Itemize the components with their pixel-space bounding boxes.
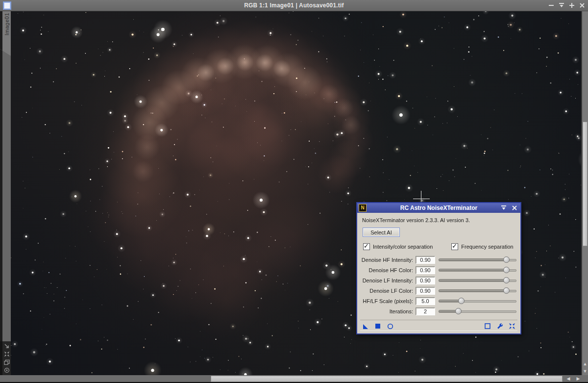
- parameter-slider[interactable]: [439, 298, 516, 304]
- checkbox-option: Intensity/color separation: [363, 243, 433, 250]
- horizontal-scrollbar[interactable]: ◀ ▶: [0, 375, 588, 382]
- dialog-title: RC Astro NoiseXTerminator: [357, 204, 520, 211]
- fit-corner-icon[interactable]: [4, 343, 10, 349]
- image-tab[interactable]: Image01: [0, 11, 11, 56]
- target-icon[interactable]: [4, 367, 10, 373]
- dialog-close-icon[interactable]: [512, 205, 517, 211]
- preferences-wrench-icon[interactable]: [496, 323, 503, 330]
- checkbox[interactable]: [451, 243, 458, 250]
- vertical-scrollbar[interactable]: ▲ ▼: [581, 11, 588, 375]
- image-tab-label: Image01: [4, 13, 10, 35]
- dialog-shade-icon[interactable]: [501, 205, 507, 211]
- parameter-slider[interactable]: [439, 308, 516, 314]
- realtime-preview-icon[interactable]: [387, 323, 393, 330]
- select-ai-button[interactable]: Select AI: [363, 228, 400, 237]
- new-instance-icon[interactable]: [362, 323, 369, 330]
- close-icon[interactable]: [579, 2, 585, 8]
- parameter-row: Denoise HF Intensity: 0.90: [360, 255, 516, 265]
- left-edge-strip: [0, 11, 11, 375]
- parameter-slider[interactable]: [439, 256, 516, 263]
- window-title: RGB 1:1 Image01 | Autosave001.tif: [0, 2, 588, 9]
- window-titlebar[interactable]: RGB 1:1 Image01 | Autosave001.tif: [0, 0, 588, 11]
- slider-thumb[interactable]: [503, 256, 510, 263]
- zoom-fit-icon[interactable]: [4, 351, 10, 357]
- parameter-row: Denoise HF Color: 0.90: [360, 265, 516, 275]
- version-text: NoiseXTerminator version 2.3.3. AI versi…: [362, 217, 517, 223]
- parameter-value-input[interactable]: 5.0: [416, 297, 435, 305]
- checkbox-option: Frequency separation: [451, 243, 513, 250]
- layers-icon[interactable]: [4, 359, 10, 365]
- apply-icon[interactable]: [374, 323, 381, 330]
- dialog-titlebar[interactable]: N RC Astro NoiseXTerminator: [357, 203, 520, 213]
- slider-track-fill: [439, 258, 506, 261]
- slider-thumb[interactable]: [503, 287, 510, 294]
- window-icon: [3, 1, 11, 10]
- minimize-icon[interactable]: [548, 2, 554, 8]
- parameter-label: Denoise HF Color:: [360, 267, 413, 273]
- scroll-right-icon[interactable]: ▶: [574, 375, 582, 382]
- noisexterminator-dialog: N RC Astro NoiseXTerminator NoiseXTermin…: [356, 202, 521, 334]
- parameter-value-input[interactable]: 2: [416, 307, 435, 315]
- corner-toolbar: [0, 341, 11, 375]
- parameter-slider[interactable]: [439, 287, 516, 294]
- scroll-left-icon[interactable]: ◀: [564, 375, 572, 382]
- scroll-up-icon[interactable]: ▲: [582, 360, 588, 367]
- slider-thumb[interactable]: [458, 298, 465, 304]
- vertical-scrollbar-thumb[interactable]: [583, 122, 588, 246]
- checkbox-label: Frequency separation: [461, 244, 513, 250]
- slider-thumb[interactable]: [503, 267, 510, 273]
- zoom-window-icon[interactable]: [569, 2, 575, 8]
- parameter-row: HF/LF Scale (pixels): 5.0: [360, 296, 516, 306]
- dialog-toolbar: [360, 320, 517, 331]
- separation-options: Intensity/color separation Frequency sep…: [363, 243, 517, 250]
- slider-track-fill: [439, 279, 506, 281]
- parameter-row: Denoise LF Color: 0.90: [360, 285, 516, 296]
- parameter-row: Iterations: 2: [360, 306, 516, 316]
- horizontal-scrollbar-thumb[interactable]: [211, 376, 563, 382]
- parameter-row: Denoise LF Intensity: 0.90: [360, 275, 516, 285]
- shade-icon[interactable]: [559, 2, 564, 8]
- parameter-label: Iterations:: [360, 308, 413, 314]
- slider-track-fill: [439, 269, 506, 271]
- checkbox-label: Intensity/color separation: [373, 244, 433, 250]
- parameter-rows: Denoise HF Intensity: 0.90 Denoise HF Co…: [360, 255, 517, 316]
- slider-thumb[interactable]: [503, 277, 510, 283]
- parameter-label: Denoise LF Color:: [360, 288, 413, 294]
- scroll-down-icon[interactable]: ▼: [582, 368, 588, 374]
- parameter-value-input[interactable]: 0.90: [416, 256, 435, 264]
- parameter-value-input[interactable]: 0.90: [416, 266, 435, 274]
- checkbox[interactable]: [363, 243, 370, 250]
- parameter-label: HF/LF Scale (pixels):: [360, 298, 413, 304]
- reset-icon[interactable]: [509, 323, 515, 330]
- parameter-label: Denoise HF Intensity:: [360, 257, 413, 263]
- slider-thumb[interactable]: [455, 308, 462, 314]
- slider-track-fill: [439, 289, 506, 292]
- parameter-label: Denoise LF Intensity:: [360, 278, 413, 283]
- parameter-slider[interactable]: [439, 277, 516, 283]
- parameter-value-input[interactable]: 0.90: [416, 277, 435, 284]
- parameter-slider[interactable]: [439, 267, 516, 273]
- browse-documentation-icon[interactable]: [484, 323, 491, 330]
- parameter-value-input[interactable]: 0.90: [416, 287, 435, 295]
